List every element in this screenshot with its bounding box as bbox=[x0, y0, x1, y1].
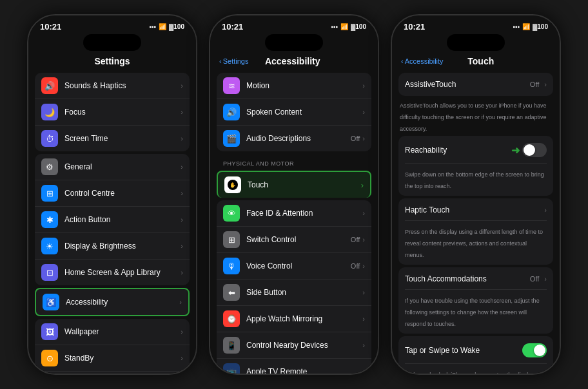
wifi-icon-2: 📶 bbox=[340, 23, 348, 30]
settings-group-top: 🔊 Sounds & Haptics › 🌙 Focus › ⏱ Screen … bbox=[35, 73, 190, 151]
phone-1-screen: 10:21 ▪▪▪ 📶 ▓100 Settings 🔊 Sounds bbox=[28, 15, 196, 374]
list-item[interactable]: ⏱ Screen Time › bbox=[35, 126, 190, 151]
accessibility-highlighted[interactable]: ♿ Accessibility › bbox=[35, 288, 190, 316]
assistivetouch-value-row: Off › bbox=[530, 81, 547, 88]
touch-item[interactable]: ✋ Touch › bbox=[217, 171, 371, 198]
list-item[interactable]: ⚙ General › bbox=[35, 154, 190, 180]
touch-icon: ✋ bbox=[224, 176, 241, 193]
section-header-physical: PHYSICAL AND MOTOR bbox=[210, 154, 378, 169]
wifi-icon-1: 📶 bbox=[159, 23, 166, 30]
switchcontrol-icon: ⊞ bbox=[223, 231, 240, 248]
reachability-toggle[interactable] bbox=[522, 143, 547, 157]
nav-bar-3: ‹ Accessibility Touch bbox=[392, 53, 560, 70]
list-item[interactable]: 📱 Control Nearby Devices › bbox=[217, 332, 371, 359]
list-item[interactable]: ⌚ Apple Watch Mirroring › bbox=[217, 306, 371, 332]
list-item[interactable]: ✱ Action Button › bbox=[35, 207, 190, 233]
list-item[interactable]: ⬅ Side Button › bbox=[217, 280, 371, 306]
accessibility-item[interactable]: ♿ Accessibility › bbox=[36, 289, 188, 315]
standby-icon: ⊙ bbox=[41, 350, 58, 366]
reachability-toggle-area[interactable]: ➜ bbox=[511, 143, 547, 157]
taporswipetowake-desc: Wake and unlock iPhone when you tap the … bbox=[405, 372, 541, 374]
list-item[interactable]: 🎬 Audio Descriptions Off › bbox=[217, 126, 371, 151]
homescreen-icon: ⊡ bbox=[41, 264, 58, 281]
chevron-icon: › bbox=[362, 315, 365, 323]
reachability-block: Reachability ➜ Swipe down on the bottom … bbox=[398, 136, 553, 196]
assistivetouch-chevron: › bbox=[544, 81, 547, 88]
status-icons-2: ▪▪▪ 📶 ▓100 bbox=[331, 23, 366, 30]
item-label: Wallpaper bbox=[64, 327, 181, 336]
green-arrow-icon: ➜ bbox=[511, 144, 520, 157]
haptictouch-title: Haptic Touch bbox=[405, 205, 449, 214]
item-value: Off bbox=[351, 135, 360, 142]
item-label: Screen Time bbox=[64, 134, 181, 143]
list-item[interactable]: ≋ Motion › bbox=[217, 73, 371, 99]
chevron-icon: › bbox=[362, 135, 365, 142]
item-value: Off bbox=[351, 236, 360, 243]
controlnearby-icon: 📱 bbox=[223, 337, 240, 354]
nav-title-1: Settings bbox=[37, 56, 187, 66]
status-bar-1: 10:21 ▪▪▪ 📶 ▓100 bbox=[28, 15, 196, 34]
chevron-icon: › bbox=[362, 236, 365, 243]
list-item[interactable]: 📺 Apple TV Remote › bbox=[217, 359, 371, 374]
touchaccommodations-title: Touch Accommodations bbox=[405, 274, 487, 283]
nav-bar-2: ‹ Settings Accessibility bbox=[210, 53, 378, 70]
chevron-icon: › bbox=[362, 368, 365, 374]
item-label: Switch Control bbox=[246, 235, 351, 244]
phone-2: 10:21 ▪▪▪ 📶 ▓100 ‹ Settings Accessibilit… bbox=[209, 14, 379, 375]
assistivetouch-desc-block: AssistiveTouch allows you to use your iP… bbox=[398, 99, 553, 133]
screen-content-3: AssistiveTouch Off › AssistiveTouch allo… bbox=[392, 70, 560, 374]
list-item[interactable]: ◉ Siri & Search › bbox=[35, 372, 190, 374]
haptictouch-row[interactable]: Haptic Touch › bbox=[405, 204, 547, 216]
content-scroll-1: 🔊 Sounds & Haptics › 🌙 Focus › ⏱ Screen … bbox=[28, 73, 196, 374]
touch-inner: ✋ bbox=[228, 180, 238, 190]
item-value: Off bbox=[351, 262, 360, 270]
list-item[interactable]: 🔊 Spoken Content › bbox=[217, 99, 371, 126]
list-item[interactable]: 🔊 Sounds & Haptics › bbox=[35, 73, 190, 99]
assistivetouch-row[interactable]: AssistiveTouch Off › bbox=[405, 78, 547, 91]
item-label: General bbox=[64, 162, 181, 171]
toggle-knob bbox=[524, 144, 535, 156]
reachability-row: Reachability ➜ bbox=[405, 141, 547, 159]
time-1: 10:21 bbox=[40, 22, 61, 32]
list-item[interactable]: ⊞ Switch Control Off › bbox=[217, 227, 371, 253]
list-item[interactable]: ☀ Display & Brightness › bbox=[35, 233, 190, 260]
phones-container: 10:21 ▪▪▪ 📶 ▓100 Settings 🔊 Sounds bbox=[21, 8, 567, 381]
chevron-icon: › bbox=[181, 354, 183, 362]
list-item[interactable]: ⊙ StandBy › bbox=[35, 345, 190, 372]
status-bar-3: 10:21 ▪▪▪ 📶 ▓100 bbox=[392, 15, 560, 34]
item-label: Side Button bbox=[246, 288, 362, 297]
touch-label: Touch bbox=[248, 180, 361, 189]
list-item[interactable]: 🌙 Focus › bbox=[35, 99, 190, 126]
haptictouch-desc: Press on the display using a different l… bbox=[405, 229, 543, 258]
taporswipetowake-toggle[interactable] bbox=[522, 343, 547, 357]
status-bar-2: 10:21 ▪▪▪ 📶 ▓100 bbox=[210, 15, 378, 34]
touchaccommodations-row[interactable]: Touch Accommodations Off › bbox=[405, 272, 547, 285]
touch-chevron: › bbox=[361, 180, 364, 190]
back-button-2[interactable]: ‹ Settings bbox=[219, 57, 248, 65]
list-item[interactable]: ⊡ Home Screen & App Library › bbox=[35, 260, 190, 285]
controlcentre-icon: ⊞ bbox=[41, 185, 58, 202]
nav-bar-1: Settings bbox=[28, 53, 196, 70]
general-icon: ⚙ bbox=[41, 158, 58, 175]
dynamic-island-2 bbox=[265, 34, 323, 51]
back-button-3[interactable]: ‹ Accessibility bbox=[401, 57, 444, 65]
chevron-icon: › bbox=[362, 341, 365, 349]
chevron-icon: › bbox=[362, 262, 365, 270]
item-label: Apple Watch Mirroring bbox=[246, 314, 362, 323]
accessibility-group-physical: 👁 Face ID & Attention › ⊞ Switch Control… bbox=[217, 200, 371, 374]
list-item[interactable]: ⊞ Control Centre › bbox=[35, 180, 190, 207]
phone-3: 10:21 ▪▪▪ 📶 ▓100 ‹ Accessibility Touch bbox=[391, 14, 561, 375]
screentime-icon: ⏱ bbox=[41, 130, 58, 147]
nav-title-2: Accessibility bbox=[248, 56, 337, 66]
touchaccommodations-chevron: › bbox=[544, 275, 547, 283]
list-item[interactable]: 🎙 Voice Control Off › bbox=[217, 253, 371, 280]
signal-icon-3: ▪▪▪ bbox=[513, 23, 520, 30]
list-item[interactable]: 👁 Face ID & Attention › bbox=[217, 200, 371, 227]
accessibility-label: Accessibility bbox=[66, 298, 179, 307]
item-label: Voice Control bbox=[246, 261, 351, 270]
item-label: Spoken Content bbox=[246, 108, 362, 117]
item-label: Face ID & Attention bbox=[246, 209, 362, 218]
battery-icon-2: ▓100 bbox=[351, 23, 366, 30]
applewatchmirror-icon: ⌚ bbox=[223, 310, 240, 327]
list-item[interactable]: 🖼 Wallpaper › bbox=[35, 319, 190, 345]
